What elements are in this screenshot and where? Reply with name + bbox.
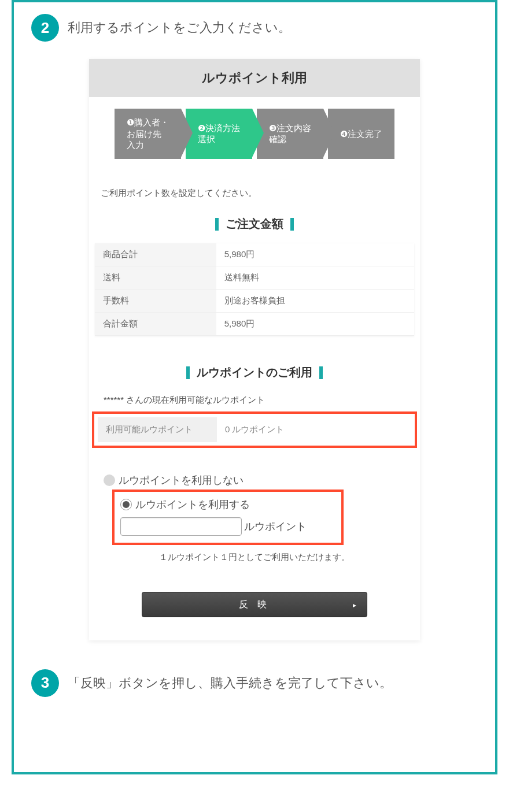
breadcrumb-step-1: ❶購入者・ お届け先 入力 <box>115 109 181 159</box>
card-title: ルウポイント利用 <box>89 59 420 97</box>
breadcrumb-step-2: ❷決済方法 選択 <box>186 109 252 159</box>
instruction-frame: 2 利用するポイントをご入力ください。 ルウポイント利用 ❶購入者・ お届け先 … <box>12 0 497 774</box>
points-input[interactable] <box>120 517 242 536</box>
radio-label: ルウポイントを利用する <box>135 498 250 511</box>
points-label: 利用可能ルウポイント <box>98 417 217 442</box>
table-row: 手数料別途お客様負担 <box>95 289 414 312</box>
table-row: 送料送料無料 <box>95 266 414 289</box>
apply-button[interactable]: 反 映 <box>142 592 367 617</box>
available-points-highlight: 利用可能ルウポイント 0 ルウポイント <box>92 411 417 448</box>
step-2-header: 2 利用するポイントをご入力ください。 <box>31 14 478 42</box>
point-unit-label: ルウポイント <box>244 520 307 533</box>
radio-label: ルウポイントを利用しない <box>119 473 244 487</box>
points-card: ルウポイント利用 ❶購入者・ お届け先 入力 ❷決済方法 選択 ❸注文内容 確認… <box>89 59 420 640</box>
radio-icon-checked <box>120 499 132 510</box>
points-value: 0 ルウポイント <box>217 417 411 442</box>
breadcrumb-step-4: ❹注文完了 <box>328 109 394 159</box>
order-value: 送料無料 <box>216 266 414 289</box>
order-label: 商品合計 <box>95 243 216 266</box>
step-3-text: 「反映」ボタンを押し、購入手続きを完了して下さい。 <box>68 674 392 692</box>
table-row: 商品合計5,980円 <box>95 243 414 266</box>
table-row: 合計金額5,980円 <box>95 312 414 335</box>
bc-num-1: ❶ <box>127 117 134 127</box>
use-points-highlight: ルウポイントを利用する ルウポイント <box>112 490 344 545</box>
points-usage-title: ルウポイントのご利用 <box>89 353 420 386</box>
step-3-header: 3 「反映」ボタンを押し、購入手続きを完了して下さい。 <box>31 669 478 697</box>
point-input-row: ルウポイント <box>120 517 335 536</box>
conversion-note: １ルウポイント１円としてご利用いただけます。 <box>89 545 420 580</box>
step-2-text: 利用するポイントをご入力ください。 <box>68 19 291 36</box>
order-label: 手数料 <box>95 289 216 312</box>
radio-no-use[interactable]: ルウポイントを利用しない <box>104 471 405 490</box>
bc-num-2: ❷ <box>198 123 205 133</box>
user-points-text: ****** さんの現在利用可能なルウポイント <box>89 386 420 411</box>
bc-num-3: ❸ <box>269 123 276 133</box>
step-3-badge: 3 <box>31 669 59 697</box>
points-radio-section: ルウポイントを利用しない ルウポイントを利用する ルウポイント <box>89 454 420 545</box>
table-row: 利用可能ルウポイント 0 ルウポイント <box>98 417 411 442</box>
order-label: 合計金額 <box>95 312 216 335</box>
radio-use[interactable]: ルウポイントを利用する <box>120 495 335 514</box>
step-2-badge: 2 <box>31 14 59 42</box>
instruction-text: ご利用ポイント数を設定してください。 <box>89 170 420 205</box>
order-value: 5,980円 <box>216 243 414 266</box>
order-label: 送料 <box>95 266 216 289</box>
order-value: 5,980円 <box>216 312 414 335</box>
bc-label-4: 注文完了 <box>348 129 382 139</box>
checkout-breadcrumb: ❶購入者・ お届け先 入力 ❷決済方法 選択 ❸注文内容 確認 ❹注文完了 <box>89 97 420 170</box>
order-amount-table: 商品合計5,980円 送料送料無料 手数料別途お客様負担 合計金額5,980円 <box>95 243 414 336</box>
available-points-table: 利用可能ルウポイント 0 ルウポイント <box>98 417 411 442</box>
breadcrumb-step-3: ❸注文内容 確認 <box>257 109 323 159</box>
bc-num-4: ❹ <box>340 129 348 139</box>
order-amount-title: ご注文金額 <box>89 205 420 238</box>
order-value: 別途お客様負担 <box>216 289 414 312</box>
radio-icon <box>104 474 115 486</box>
